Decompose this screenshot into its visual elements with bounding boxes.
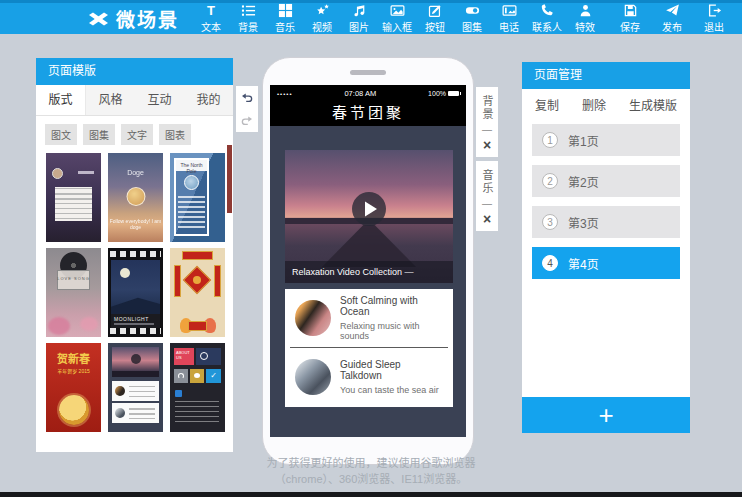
tool-contacts[interactable]: 联系人: [530, 3, 564, 34]
app-logo: 微场景: [88, 5, 179, 32]
tab-style[interactable]: 风格: [86, 85, 135, 115]
page-canvas: Relaxation Video Collection — Soft Calmi…: [270, 126, 466, 437]
tool-gallery[interactable]: 图集: [456, 3, 488, 34]
mini-row: [112, 403, 159, 423]
tool-music[interactable]: 音乐: [269, 3, 301, 34]
card-text: [178, 196, 205, 228]
generate-template-button[interactable]: 生成模版: [629, 96, 677, 113]
video-block[interactable]: Relaxation Video Collection —: [285, 150, 453, 283]
exit-button[interactable]: 退出: [698, 3, 730, 34]
app-title: 微场景: [116, 5, 179, 32]
tool-effects[interactable]: 特效: [569, 3, 601, 34]
tab-interaction[interactable]: 互动: [135, 85, 184, 115]
tab-layout[interactable]: 版式: [36, 85, 86, 115]
template-filters: 图文 图集 文字 图表: [36, 116, 233, 150]
filter-chart[interactable]: 图表: [159, 124, 191, 145]
mini-avatar: [115, 386, 125, 396]
app-badge: [175, 390, 182, 397]
tile-headphones: [174, 369, 188, 383]
track-title: Guided Sleep Talkdown: [340, 359, 443, 381]
template-metro-tiles[interactable]: ABOUT US ✓: [170, 343, 225, 432]
bottom-strip: [0, 492, 742, 497]
page-title[interactable]: 春节团聚: [270, 102, 466, 126]
delete-page-button[interactable]: 删除: [582, 96, 606, 113]
battery-percent: 100%: [428, 90, 446, 97]
status-bar: ••••• 07:08 AM 100%: [270, 85, 466, 102]
side-banner: [214, 265, 221, 297]
tool-text[interactable]: T 文本: [195, 3, 227, 34]
layer-tab-background[interactable]: 背景 — ×: [476, 87, 498, 157]
copy-page-button[interactable]: 复制: [535, 96, 559, 113]
battery-indicator: 100%: [428, 90, 459, 97]
undo-icon[interactable]: [240, 92, 254, 103]
add-page-button[interactable]: +: [522, 397, 690, 433]
footer-line-2: （chrome）、360浏览器、IE11浏览器。: [0, 472, 742, 488]
template-title: LOVE SONG: [57, 276, 90, 281]
film-holes: [110, 328, 161, 334]
close-icon[interactable]: ×: [483, 213, 491, 225]
page-label: 第4页: [568, 255, 599, 272]
picture-frame-icon: [502, 3, 517, 18]
doge-avatar: [126, 187, 145, 206]
publish-button[interactable]: 发布: [656, 3, 688, 34]
video-caption: Relaxation Video Collection —: [285, 261, 453, 283]
template-scrollbar[interactable]: [227, 145, 232, 213]
filter-image-text[interactable]: 图文: [45, 124, 77, 145]
filter-text[interactable]: 文字: [121, 124, 153, 145]
template-night-city[interactable]: [46, 153, 101, 242]
mini-play-icon: [131, 354, 141, 364]
metro-text: [175, 401, 219, 425]
tool-input-box[interactable]: 输入框: [380, 3, 414, 34]
track-title: Soft Calming with Ocean: [340, 295, 443, 317]
template-video-collection[interactable]: [108, 343, 163, 432]
toggle-icon: [465, 3, 480, 18]
tool-background[interactable]: 背景: [232, 3, 264, 34]
tool-phone[interactable]: 电话: [493, 3, 525, 34]
page-item-3[interactable]: 3 第3页: [532, 206, 680, 238]
phone-screen: ••••• 07:08 AM 100% 春节团聚 Relaxati: [270, 85, 466, 437]
template-love-song[interactable]: LOVE SONG: [46, 248, 101, 337]
track-item[interactable]: Guided Sleep Talkdown You can taste the …: [285, 348, 453, 406]
tool-video[interactable]: 视频: [306, 3, 338, 34]
page-number-badge: 4: [542, 255, 558, 271]
save-button[interactable]: 保存: [614, 3, 646, 34]
toolbar-file-group: 保存 发布 退出: [614, 3, 730, 34]
image-icon: [390, 3, 405, 18]
template-spring-greeting[interactable]: 贺新春 羊年贺岁 2015: [46, 343, 101, 432]
template-doge[interactable]: Doge Follow everybody! I am doge: [108, 153, 163, 242]
toolbar-insert-group: T 文本 背景 音乐 视频 图片 输入框: [195, 3, 601, 34]
template-subtitle: 羊年贺岁 2015: [46, 367, 101, 374]
page-label: 第1页: [568, 132, 599, 149]
page-actions: 复制 删除 生成模版: [522, 89, 690, 120]
card-circle: [184, 175, 199, 190]
mini-text: [129, 408, 155, 419]
text-icon: T: [207, 3, 215, 18]
layer-tab-music[interactable]: 音乐 — ×: [476, 161, 498, 231]
phone-preview: ••••• 07:08 AM 100% 春节团聚 Relaxati: [262, 57, 474, 465]
editor-app: 微场景 T 文本 背景 音乐 视频 图片: [0, 0, 742, 497]
tool-button[interactable]: 按钮: [419, 3, 451, 34]
headphones-glyph: [178, 373, 184, 379]
page-item-1[interactable]: 1 第1页: [532, 124, 680, 156]
template-moonlight[interactable]: MOONLIGHT: [108, 248, 163, 337]
track-item[interactable]: Soft Calming with Ocean Relaxing music w…: [285, 289, 453, 347]
play-icon[interactable]: [351, 191, 387, 227]
paper-plane-icon: [665, 3, 680, 18]
minimize-icon[interactable]: —: [482, 200, 492, 208]
page-label: 第3页: [568, 214, 599, 231]
filter-gallery[interactable]: 图集: [83, 124, 115, 145]
phone-glyph: [200, 352, 208, 360]
close-icon[interactable]: ×: [483, 139, 491, 151]
avatar: [52, 168, 63, 179]
page-item-2[interactable]: 2 第2页: [532, 165, 680, 197]
film-scene: [111, 260, 160, 314]
template-title: 贺新春: [46, 350, 101, 366]
minimize-icon[interactable]: —: [482, 126, 492, 134]
tile-chat: [190, 369, 204, 383]
template-north-pole[interactable]: The North Pole: [170, 153, 225, 242]
redo-icon[interactable]: [240, 115, 254, 126]
template-cny-kids[interactable]: [170, 248, 225, 337]
tool-image[interactable]: 图片: [343, 3, 375, 34]
tab-mine[interactable]: 我的: [184, 85, 233, 115]
page-item-4-active[interactable]: 4 第4页: [532, 247, 680, 279]
